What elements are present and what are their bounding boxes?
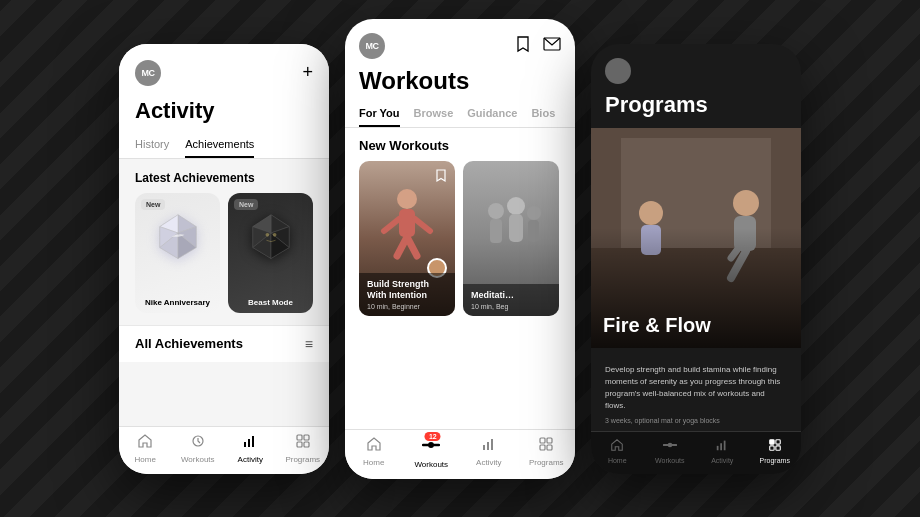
programs-hero: Fire & Flow [591,128,801,348]
programs-title: Programs [591,88,801,128]
tab-history[interactable]: History [135,132,169,158]
svg-rect-46 [547,445,552,450]
wnav-activity[interactable]: Activity [460,436,518,469]
workout-card-sub-2: 10 min, Beg [471,303,551,310]
nav-item-home[interactable]: Home [119,433,172,464]
nav-item-workouts[interactable]: Workouts [172,433,225,464]
workouts-title: Workouts [345,63,575,103]
svg-point-15 [272,233,276,237]
nav-item-programs[interactable]: Programs [277,433,330,464]
nav-item-activity[interactable]: Activity [224,433,277,464]
programs-detail: Develop strength and build stamina while… [591,348,801,434]
svg-point-33 [507,197,525,215]
latest-achievements-label: Latest Achievements [119,159,329,193]
svg-rect-43 [540,438,545,443]
filter-icon[interactable]: ≡ [305,336,313,352]
svg-rect-22 [297,442,302,447]
add-icon[interactable]: + [302,62,313,83]
pnav-workouts-icon [663,438,677,455]
pnav-activity-icon [715,438,729,455]
achievement-name-beast: Beast Mode [228,298,313,307]
achievement-name-nike: Nike Anniversary [135,298,220,307]
tab-for-you[interactable]: For You [359,103,400,127]
svg-rect-61 [724,440,726,450]
tab-browse[interactable]: Browse [414,103,454,127]
svg-rect-32 [490,219,502,243]
svg-rect-36 [528,220,539,242]
pnav-home-icon [610,438,624,455]
phones-container: MC + Activity History Achievements Lates… [0,0,920,517]
svg-point-14 [265,233,269,237]
pnav-programs[interactable]: Programs [749,438,802,464]
svg-rect-63 [776,439,780,443]
mail-icon[interactable] [543,37,561,55]
new-workouts-label: New Workouts [345,128,575,161]
wnav-workouts[interactable]: 12 Workouts [403,436,461,469]
bookmark-icon[interactable] [515,35,531,57]
svg-rect-64 [770,445,774,449]
svg-rect-21 [304,435,309,440]
svg-point-52 [733,190,759,216]
workout-card-strength[interactable]: Build StrengthWith Intention 10 min, Beg… [359,161,455,316]
all-achievements-row[interactable]: All Achievements ≡ [119,325,329,362]
achievement-badge-new-2: New [234,199,258,210]
page-title: Activity [119,92,329,132]
workouts-avatar[interactable]: MC [359,33,385,59]
wnav-home[interactable]: Home [345,436,403,469]
workout-info-strength: Build StrengthWith Intention 10 min, Beg… [359,273,455,316]
achievement-card-nike[interactable]: New Nike Anniversary [135,193,220,313]
nav-label-programs: Programs [285,455,320,464]
pnav-activity[interactable]: Activity [696,438,749,464]
svg-rect-65 [776,445,780,449]
achievement-card-beast[interactable]: New Beast [228,193,313,313]
all-achievements-label: All Achievements [135,336,243,351]
programs-avatar[interactable] [605,58,631,84]
pnav-home[interactable]: Home [591,438,644,464]
workouts-tabs: For You Browse Guidance Bios [345,103,575,128]
home-icon [137,433,153,453]
tab-achievements[interactable]: Achievements [185,132,254,158]
svg-rect-60 [721,443,723,450]
wnav-workouts-label: Workouts [414,460,448,469]
svg-rect-62 [770,439,774,443]
programs-description: Develop strength and build stamina while… [605,364,787,412]
nav-label-activity: Activity [238,455,263,464]
activity-bottom-nav: Home Workouts Activity Programs [119,426,329,474]
svg-rect-44 [547,438,552,443]
tab-guidance[interactable]: Guidance [467,103,517,127]
workouts-bottom-nav: Home 12 Workouts [345,429,575,479]
pnav-home-label: Home [608,457,627,464]
svg-rect-59 [717,445,719,449]
workout-card-meditation[interactable]: Meditati… 10 min, Beg [463,161,559,316]
wnav-programs-label: Programs [529,458,564,467]
programs-bottom-nav: Home Workouts Activity Programs [591,431,801,474]
workouts-header: MC [345,19,575,63]
pnav-workouts-label: Workouts [655,457,684,464]
svg-point-35 [527,206,541,220]
programs-icon [295,433,311,453]
tab-bios[interactable]: Bios [531,103,555,127]
svg-rect-19 [252,436,254,447]
wnav-activity-label: Activity [476,458,501,467]
wnav-programs[interactable]: Programs [518,436,576,469]
wnav-activity-icon [481,436,497,456]
phone-activity: MC + Activity History Achievements Lates… [119,44,329,474]
svg-rect-17 [244,442,246,447]
svg-point-50 [639,201,663,225]
svg-rect-23 [304,442,309,447]
pnav-workouts[interactable]: Workouts [644,438,697,464]
programs-hero-text: Fire & Flow [603,314,789,336]
activity-icon [242,433,258,453]
avatar[interactable]: MC [135,60,161,86]
svg-line-29 [384,219,399,231]
card-bookmark-icon[interactable] [435,169,447,186]
tabs-row: History Achievements [119,132,329,159]
nav-label-home: Home [135,455,156,464]
activity-header: MC + [119,44,329,92]
svg-rect-40 [483,445,485,450]
workouts-badge: 12 [425,432,441,441]
svg-rect-34 [509,214,523,242]
program-name: Fire & Flow [603,314,789,336]
svg-rect-20 [297,435,302,440]
svg-point-31 [488,203,504,219]
